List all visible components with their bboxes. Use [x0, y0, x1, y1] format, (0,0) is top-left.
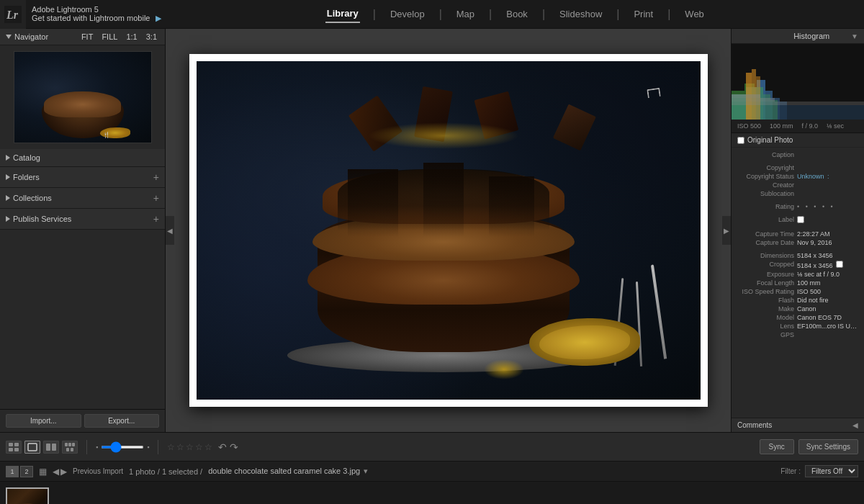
gps-value: [797, 331, 860, 338]
make-row: Make Canon: [732, 305, 864, 313]
navigator-header[interactable]: Navigator FIT FILL 1:1 3:1: [0, 29, 165, 45]
collections-add-button[interactable]: +: [153, 192, 159, 204]
left-panel: Navigator FIT FILL 1:1 3:1 🍴: [0, 29, 166, 432]
collections-header[interactable]: Collections +: [0, 188, 165, 208]
filter-select[interactable]: Filters Off: [805, 465, 858, 477]
size-slider[interactable]: [101, 446, 144, 449]
folders-add-button[interactable]: +: [153, 171, 159, 183]
prev-import-label[interactable]: Previous Import: [73, 467, 123, 475]
zoom-fill[interactable]: FILL: [99, 32, 120, 42]
label-row: Label: [732, 215, 864, 225]
rotate-icons: ↶ ↷: [218, 441, 238, 453]
comments-collapse-icon[interactable]: ◀: [852, 421, 858, 429]
copyright-status-label: Copyright Status: [736, 173, 797, 180]
comments-header[interactable]: Comments ◀: [732, 418, 864, 432]
label-checkbox[interactable]: [797, 216, 804, 223]
zoom-1to1[interactable]: 1:1: [124, 32, 139, 42]
svg-rect-26: [46, 444, 50, 451]
original-photo-checkbox[interactable]: [737, 137, 744, 144]
nav-map[interactable]: Map: [455, 6, 476, 22]
svg-rect-18: [732, 102, 864, 105]
svg-rect-32: [71, 448, 73, 451]
collections-section: Collections +: [0, 188, 165, 209]
zoom-fit[interactable]: FIT: [79, 32, 96, 42]
nav-book[interactable]: Book: [505, 6, 529, 22]
next-arrow[interactable]: ▶: [60, 467, 67, 477]
folders-header[interactable]: Folders +: [0, 167, 165, 187]
sync-settings-button[interactable]: Sync Settings: [798, 439, 858, 454]
caption-label: Caption: [736, 151, 797, 158]
rating-stars[interactable]: ☆ ☆ ☆ ☆ ☆: [167, 442, 212, 452]
cropped-checkbox[interactable]: [836, 261, 843, 268]
shutter-value: ⅛ sec: [827, 122, 844, 130]
view-icons: [6, 441, 78, 454]
histogram-header[interactable]: Comments Histogram ▼: [732, 29, 864, 44]
star-4[interactable]: ☆: [195, 442, 203, 452]
page-1[interactable]: 1: [6, 466, 19, 477]
original-photo-row: Original Photo: [732, 133, 864, 148]
label-value: [797, 216, 860, 225]
catalog-header[interactable]: Catalog: [0, 149, 165, 166]
metadata-section: Caption Copyright Copyright Status Unkno…: [732, 148, 864, 418]
right-panel: Comments Histogram ▼: [731, 29, 864, 432]
export-button[interactable]: Export...: [84, 414, 160, 428]
zoom-3to1[interactable]: 3:1: [144, 32, 159, 42]
prev-arrow[interactable]: ◀: [53, 467, 59, 477]
nav-print[interactable]: Print: [632, 6, 654, 22]
cropped-row: Cropped 5184 x 3456: [732, 260, 864, 270]
folders-expand-icon: [6, 174, 10, 180]
focal-length-label: Focal Length: [736, 279, 797, 287]
filename-display[interactable]: double chocolate salted caramel cake 3.j…: [208, 467, 368, 476]
page-2[interactable]: 2: [20, 466, 33, 477]
capture-date-value: Nov 9, 2016: [797, 239, 860, 246]
navigator-preview: 🍴: [14, 51, 152, 143]
publish-services-add-button[interactable]: +: [153, 213, 159, 225]
filename-dropdown-icon[interactable]: ▾: [364, 467, 368, 475]
center-area: ◀: [166, 29, 731, 432]
copyright-status-value[interactable]: Unknown :: [797, 173, 860, 180]
star-3[interactable]: ☆: [186, 442, 194, 452]
mobile-prompt[interactable]: Get started with Lightroom mobile ▶: [32, 14, 161, 23]
sync-button[interactable]: Sync: [760, 439, 794, 454]
focal-length-meta-value: 100 mm: [797, 279, 860, 287]
status-bar: 1 2 ▦ ◀ ▶ Previous Import 1 photo / 1 se…: [0, 461, 864, 481]
publish-services-header[interactable]: Publish Services +: [0, 209, 165, 229]
import-button[interactable]: Import...: [6, 414, 81, 428]
copyright-status-row: Copyright Status Unknown :: [732, 172, 864, 181]
rating-value[interactable]: • • • • •: [797, 203, 860, 210]
publish-services-expand-icon: [6, 216, 10, 222]
make-value: Canon: [797, 305, 860, 312]
rotate-left-icon[interactable]: ↶: [218, 441, 227, 453]
grid-type-buttons: ▦: [39, 467, 47, 477]
panel-left-arrow[interactable]: ◀: [166, 216, 174, 245]
capture-time-label: Capture Time: [736, 230, 797, 238]
rotate-right-icon[interactable]: ↷: [230, 441, 238, 453]
creator-value: [797, 181, 860, 189]
star-5[interactable]: ☆: [204, 442, 212, 452]
publish-services-section: Publish Services +: [0, 209, 165, 230]
creator-label: Creator: [736, 181, 797, 189]
histogram-menu-icon[interactable]: ▼: [851, 32, 858, 40]
nav-develop[interactable]: Develop: [389, 6, 426, 22]
size-left-icon: ▪: [96, 444, 98, 451]
compare-view-icon[interactable]: [43, 441, 59, 454]
panel-right-arrow[interactable]: ▶: [722, 216, 731, 245]
loupe-view-icon[interactable]: [24, 441, 40, 454]
filmstrip-thumb-1[interactable]: [6, 487, 49, 505]
rating-row: Rating • • • • •: [732, 202, 864, 211]
grid-icon[interactable]: ▦: [39, 467, 47, 477]
nav-library[interactable]: Library: [325, 5, 360, 23]
app-name: Adobe Lightroom 5: [32, 5, 161, 14]
grid-view-icon[interactable]: [6, 441, 22, 454]
lens-row: Lens EF100m...cro IS USM: [732, 322, 864, 330]
nav-slideshow[interactable]: Slideshow: [558, 6, 603, 22]
svg-rect-28: [65, 443, 68, 446]
star-2[interactable]: ☆: [176, 442, 184, 452]
filter-area: Filter : Filters Off: [780, 465, 858, 477]
copyright-status-dropdown-icon[interactable]: :: [827, 173, 829, 180]
nav-web[interactable]: Web: [683, 6, 706, 22]
survey-view-icon[interactable]: [62, 441, 78, 454]
copyright-label: Copyright: [736, 164, 797, 171]
star-1[interactable]: ☆: [167, 442, 175, 452]
catalog-section: Catalog: [0, 149, 165, 167]
